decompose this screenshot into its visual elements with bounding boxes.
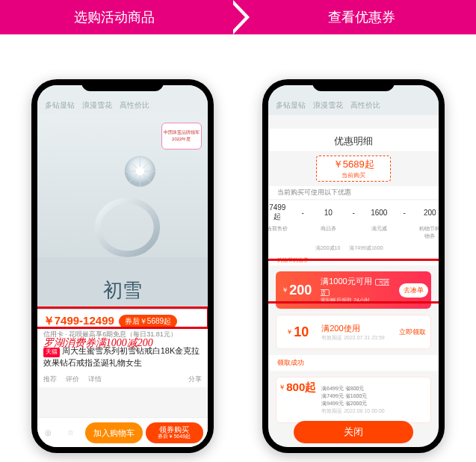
product-title-text: 周大生蜜雪系列初雪钻戒白18K金克拉效果钻石戒指圣诞礼物女生: [43, 346, 200, 367]
claim-status: 领取成功: [268, 355, 439, 371]
coupon-small[interactable]: ￥10 满200使用 有效期至 2022.07.31 23:59 立即领取: [276, 315, 431, 349]
final-price: ￥5689起: [333, 158, 374, 170]
buy-main: 领券购买: [159, 425, 189, 434]
step-bar: 选购活动商品 查看优惠券: [0, 0, 476, 34]
meta-detail[interactable]: 详情: [88, 375, 102, 384]
phone-right: 多钻显钻 浪漫雪花 高性价比 优惠明细 ￥5689起 当前购买 当前购买可使用以…: [262, 79, 445, 453]
screen-coupon: 多钻显钻 浪漫雪花 高性价比 优惠明细 ￥5689起 当前购买 当前购买可使用以…: [268, 85, 439, 447]
phone-notch: [81, 79, 164, 91]
bottom-bar: ◎ ☆ 加入购物车 领券购买 券后￥5649起: [37, 417, 208, 447]
coupon-amount: ￥800起: [276, 381, 318, 395]
calc-label: 当前售价: [268, 225, 288, 240]
tab-2[interactable]: 浪漫雪花: [82, 100, 112, 111]
tab-3[interactable]: 高性价比: [120, 100, 149, 111]
tab-3[interactable]: 高性价比: [350, 100, 380, 111]
product-name-art: 初雪: [103, 277, 142, 304]
calc-label: 商品券: [318, 225, 339, 240]
calc-label: 购物节购物券: [419, 225, 439, 240]
svg-point-6: [136, 167, 144, 175]
step-1: 选购活动商品: [0, 0, 229, 34]
ring-image: [88, 150, 178, 262]
calc-op: -: [394, 209, 415, 217]
coupon-action[interactable]: 去凑单: [395, 271, 431, 309]
coupon-amount: ￥200: [276, 271, 318, 309]
final-price-sub: 当前购买: [317, 171, 390, 179]
coupon-line: 满6499元 省800元: [321, 385, 427, 392]
tmall-tag: 天猫: [43, 348, 60, 357]
step-2: 查看优惠券: [229, 0, 477, 34]
calc-a: 7499起: [268, 203, 288, 222]
calc-label: 满元减: [368, 225, 389, 240]
coupon-sub: 需到账后领取 24小时: [321, 297, 392, 304]
final-price-box: ￥5689起 当前购买: [316, 155, 391, 182]
price-row: ￥7499-12499 券后￥5689起: [37, 309, 208, 330]
coupon-line: 满9499元 省2000元: [321, 400, 427, 407]
coupon-big[interactable]: ￥800起 满6499元 省800元 满7499元 省1600元 满9499元 …: [276, 377, 431, 423]
calc-labels: 当前售价 商品券 满元减 购物节购物券: [268, 225, 439, 244]
coupon-line: 满7499元 省1600元: [321, 392, 427, 400]
close-button[interactable]: 关闭: [294, 421, 413, 443]
calc-op: -: [292, 209, 313, 217]
calc-op: -: [343, 209, 364, 217]
sub-label: 满7499减1600: [349, 244, 383, 252]
product-title: 天猫周大生蜜雪系列初雪钻戒白18K金克拉效果钻石戒指圣诞礼物女生: [37, 342, 208, 372]
phone-notch: [312, 79, 395, 91]
screen-product: 多钻显钻 浪漫雪花 高性价比 中国珠宝品牌领军 2022年度: [37, 85, 208, 447]
buy-sub: 券后￥5649起: [158, 434, 191, 440]
tab-1[interactable]: 多钻显钻: [276, 100, 306, 111]
coupon-header: 优惠明细: [268, 129, 439, 151]
close-bar: 关闭: [268, 417, 439, 447]
coupon-main[interactable]: ￥200 满1000元可用可跨店 需到账后领取 24小时 去凑单: [276, 271, 431, 309]
price-after-coupon: 券后￥5689起: [119, 315, 177, 328]
coupon-mid: 满6499元 省800元 满7499元 省1600元 满9499元 省2000元…: [318, 381, 430, 419]
installment-info: 信用卡 · 花呗最高享6期免息（每日31.81元）: [37, 330, 208, 342]
meta-recommend[interactable]: 推荐: [43, 375, 57, 384]
pedestal: 初雪: [37, 257, 208, 309]
coupon-mid: 满200使用 有效期至 2022.07.31 23:59: [318, 315, 395, 348]
svg-point-0: [98, 200, 157, 253]
coupon-title: 满200使用: [321, 323, 392, 334]
price-range: ￥7499-12499: [43, 314, 114, 328]
coupon-amount: ￥10: [276, 315, 318, 348]
coupon-action[interactable]: 立即领取: [395, 315, 430, 348]
coupon-sub: 有效期至 2022.07.31 23:59: [321, 334, 392, 342]
buy-button[interactable]: 领券购买 券后￥5649起: [146, 422, 203, 443]
product-hero: 中国珠宝品牌领军 2022年度: [37, 115, 208, 309]
cert-badge: 中国珠宝品牌领军 2022年度: [161, 123, 202, 150]
add-cart-button[interactable]: 加入购物车: [85, 422, 143, 443]
phone-left: 多钻显钻 浪漫雪花 高性价比 中国珠宝品牌领军 2022年度: [31, 79, 214, 453]
sub-label: 满200减10: [315, 244, 340, 252]
tab-1[interactable]: 多钻显钻: [45, 100, 75, 111]
home-icon[interactable]: ◎: [37, 428, 60, 437]
calc-c: 1600: [368, 209, 389, 217]
fav-icon[interactable]: ☆: [60, 428, 82, 437]
share-label[interactable]: 分享: [188, 375, 202, 384]
tab-2[interactable]: 浪漫雪花: [313, 100, 343, 111]
calc-d: 200: [419, 209, 439, 217]
coupon-sub: 有效期至 2022.08.10 00:00: [321, 407, 427, 415]
usable-hint: 当前购买可使用以下优惠: [268, 186, 439, 199]
phones-row: 多钻显钻 浪漫雪花 高性价比 中国珠宝品牌领军 2022年度: [0, 34, 476, 453]
calc-row: 7499起 - 10 - 1600 - 200: [268, 200, 439, 225]
product-meta-row: 推荐 评价 详情 分享: [37, 372, 208, 387]
coupon-category-tag: 购物节购物券: [268, 256, 439, 265]
meta-reviews[interactable]: 评价: [66, 375, 79, 384]
coupon-mid: 满1000元可用可跨店 需到账后领取 24小时: [318, 271, 395, 309]
calc-sublabels: 满200减10 满7499减1600: [268, 244, 439, 256]
calc-b: 10: [318, 209, 339, 217]
coupon-title: 满1000元可用: [321, 277, 371, 286]
